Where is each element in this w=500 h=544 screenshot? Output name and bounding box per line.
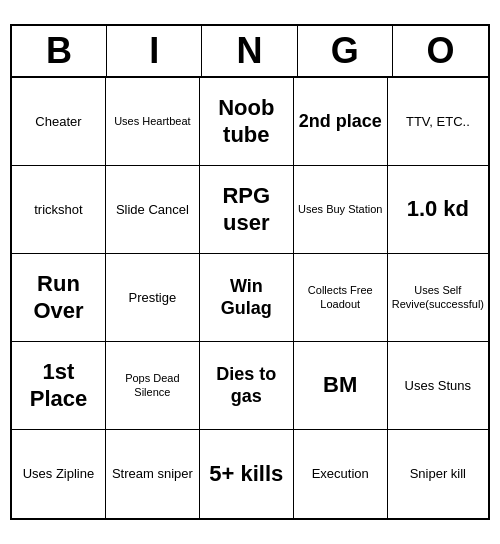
bingo-letter-g: G bbox=[298, 26, 393, 76]
bingo-cell-20: Uses Zipline bbox=[12, 430, 106, 518]
bingo-grid: CheaterUses HeartbeatNoob tube2nd placeT… bbox=[12, 78, 488, 518]
bingo-cell-14: Uses Self Revive(successful) bbox=[388, 254, 488, 342]
bingo-cell-3: 2nd place bbox=[294, 78, 388, 166]
bingo-card: BINGO CheaterUses HeartbeatNoob tube2nd … bbox=[10, 24, 490, 520]
bingo-cell-0: Cheater bbox=[12, 78, 106, 166]
bingo-cell-6: Slide Cancel bbox=[106, 166, 200, 254]
bingo-cell-24: Sniper kill bbox=[388, 430, 488, 518]
bingo-cell-18: BM bbox=[294, 342, 388, 430]
bingo-letter-i: I bbox=[107, 26, 202, 76]
bingo-cell-21: Stream sniper bbox=[106, 430, 200, 518]
bingo-cell-22: 5+ kills bbox=[200, 430, 294, 518]
bingo-cell-23: Execution bbox=[294, 430, 388, 518]
bingo-header: BINGO bbox=[12, 26, 488, 78]
bingo-cell-16: Pops Dead Silence bbox=[106, 342, 200, 430]
bingo-letter-o: O bbox=[393, 26, 488, 76]
bingo-cell-19: Uses Stuns bbox=[388, 342, 488, 430]
bingo-cell-17: Dies to gas bbox=[200, 342, 294, 430]
bingo-cell-8: Uses Buy Station bbox=[294, 166, 388, 254]
bingo-cell-1: Uses Heartbeat bbox=[106, 78, 200, 166]
bingo-cell-13: Collects Free Loadout bbox=[294, 254, 388, 342]
bingo-cell-5: trickshot bbox=[12, 166, 106, 254]
bingo-cell-12: Win Gulag bbox=[200, 254, 294, 342]
bingo-cell-2: Noob tube bbox=[200, 78, 294, 166]
bingo-cell-9: 1.0 kd bbox=[388, 166, 488, 254]
bingo-cell-4: TTV, ETC.. bbox=[388, 78, 488, 166]
bingo-cell-11: Prestige bbox=[106, 254, 200, 342]
bingo-letter-n: N bbox=[202, 26, 297, 76]
bingo-cell-7: RPG user bbox=[200, 166, 294, 254]
bingo-cell-10: Run Over bbox=[12, 254, 106, 342]
bingo-letter-b: B bbox=[12, 26, 107, 76]
bingo-cell-15: 1st Place bbox=[12, 342, 106, 430]
